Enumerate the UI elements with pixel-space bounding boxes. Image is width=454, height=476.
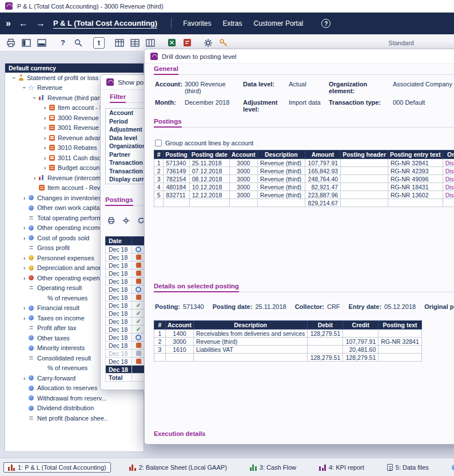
expand-arrow-icon[interactable] — [21, 255, 27, 261]
tree-item[interactable]: Gross profit — [5, 243, 108, 253]
tree-item[interactable]: Other operating expens... — [5, 273, 108, 283]
help-icon[interactable]: ? — [57, 37, 69, 49]
tree-item[interactable]: Depreciation and amort... — [5, 263, 108, 273]
execution-details-link[interactable]: Execution details — [154, 430, 205, 437]
tree-item[interactable]: Budget account -... — [5, 163, 108, 173]
tree-item[interactable]: Net profit (balance shee... — [5, 413, 108, 423]
taskbar-tab[interactable]: 6: Other own work capit... — [447, 462, 454, 473]
posting-row[interactable]: 4 480184 10.12.2018 3000 Revenue (third)… — [154, 183, 454, 191]
expand-arrow-icon[interactable] — [21, 195, 27, 201]
layout-preset-label[interactable]: Standard — [388, 39, 414, 46]
tree-item[interactable]: 3010 Rebates — [5, 143, 108, 153]
expand-arrow-icon[interactable] — [42, 144, 48, 151]
taskbar-tab[interactable]: 5: Data files — [383, 462, 433, 473]
tree-item[interactable]: Revenue (intercomp... — [5, 173, 108, 183]
text-tool-icon[interactable]: t — [93, 37, 105, 49]
expand-arrow-icon[interactable] — [42, 154, 48, 161]
tree-item[interactable]: Item account - Re... — [5, 103, 108, 113]
expand-arrow-icon[interactable] — [21, 84, 27, 91]
tree-item[interactable]: Total operating perform... — [5, 213, 108, 223]
taskbar-tab[interactable]: 3: Cash Flow — [245, 462, 301, 473]
tree-item[interactable]: Revenue — [5, 83, 108, 93]
tree-item[interactable]: Item account - Reve... — [5, 183, 108, 193]
expand-arrow-icon[interactable] — [31, 94, 38, 101]
tree-item[interactable]: Other operating income — [5, 223, 108, 233]
tree-item[interactable]: Taxes on income — [5, 313, 108, 323]
settings-gear-icon[interactable] — [121, 216, 130, 225]
search-icon[interactable] — [72, 37, 85, 49]
display-original-link[interactable]: Display o... — [443, 183, 454, 191]
expand-arrow-icon[interactable] — [42, 134, 48, 141]
expand-arrow-icon[interactable] — [21, 275, 27, 281]
tree-item[interactable]: Consolidated result — [5, 353, 108, 363]
menu-customer-portal[interactable]: Customer Portal — [254, 19, 304, 27]
display-original-link[interactable]: Display o... — [443, 191, 454, 199]
settings-gear-icon[interactable] — [202, 37, 214, 49]
posting-row[interactable]: 3 782154 08.12.2018 3000 Revenue (third)… — [154, 175, 454, 183]
tree-item[interactable]: Financial result — [5, 303, 108, 314]
layout-bottom-panel-icon[interactable] — [35, 37, 48, 49]
taskbar-tab[interactable]: 2: Balance Sheet (Local GAAP) — [125, 462, 232, 473]
layout-left-panel-icon[interactable] — [20, 37, 33, 49]
dialog-titlebar[interactable]: Drill down to posting level — [145, 49, 454, 64]
print-icon[interactable] — [5, 37, 17, 49]
detail-row[interactable]: 2 3000 Revenue (third) 107,797.91 RG-NR … — [154, 338, 422, 346]
expand-arrow-icon[interactable] — [42, 104, 48, 111]
grid-view-icon[interactable] — [129, 37, 141, 49]
taskbar-tab[interactable]: 1: P & L (Total Cost Accounting) — [3, 462, 111, 473]
detail-row[interactable]: 3 1610 Liabilities VAT 20,481.60 — [154, 346, 422, 354]
expand-arrow-icon[interactable] — [42, 124, 48, 131]
tree-item[interactable]: Minority interests — [5, 343, 108, 354]
taskbar-tab[interactable]: 4: KPI report — [314, 462, 369, 473]
tree-item[interactable]: Revenue advance... — [5, 133, 108, 143]
expand-arrow-icon[interactable] — [31, 174, 38, 181]
excel-export-icon[interactable] — [165, 37, 178, 49]
tree-item[interactable]: Dividend distribution — [5, 403, 108, 414]
tree-item[interactable]: Cost of goods sold — [5, 233, 108, 243]
expand-arrow-icon[interactable] — [21, 315, 27, 322]
expand-arrow-icon[interactable] — [21, 304, 27, 311]
display-original-link[interactable]: Display o... — [443, 175, 454, 183]
tree-item[interactable]: Allocation to reserves — [5, 383, 108, 394]
menu-favorites[interactable]: Favorites — [183, 19, 211, 27]
posting-row[interactable]: 2 736149 07.12.2018 3000 Revenue (third)… — [154, 167, 454, 175]
tree-item[interactable]: % of revenues — [5, 293, 108, 303]
tree-item[interactable]: Statement of profit or loss — [5, 73, 108, 83]
tree-item[interactable]: Other taxes — [5, 333, 108, 343]
tree-item[interactable]: 3001 Revenue (fo... — [5, 123, 108, 133]
expand-arrow-icon[interactable] — [11, 74, 17, 81]
posting-row[interactable]: 1 571340 25.11.2018 3000 Revenue (third)… — [154, 159, 454, 167]
display-original-link[interactable]: Display o... — [443, 159, 454, 167]
key-icon[interactable] — [217, 37, 230, 49]
tree-item[interactable]: Carry-forward — [5, 373, 108, 383]
tree-item[interactable]: 3000 Revenue (th... — [5, 113, 108, 123]
tree-item[interactable]: Operating result — [5, 283, 108, 293]
back-arrow-icon[interactable]: ← — [19, 18, 28, 29]
expand-arrow-icon[interactable] — [21, 235, 27, 241]
posting-row[interactable]: 5 832711 12.12.2018 3000 Revenue (third)… — [154, 191, 454, 199]
expand-arrow-icon[interactable] — [21, 375, 27, 382]
detail-row[interactable]: 1 1400 Receivables from deliveries and s… — [154, 330, 422, 338]
tree-item[interactable]: Withdrawal from reserv... — [5, 393, 108, 403]
menu-extras[interactable]: Extras — [223, 19, 242, 27]
tree-item[interactable]: Profit after tax — [5, 323, 108, 334]
current-view-title[interactable]: P & L (Total Cost Accounting) — [53, 19, 157, 29]
expand-arrow-icon[interactable] — [21, 264, 27, 271]
columns-view-icon[interactable] — [144, 37, 157, 49]
group-by-account-checkbox[interactable]: Group account lines by account — [155, 140, 253, 146]
checkbox-box[interactable] — [155, 140, 162, 146]
forward-arrow-icon[interactable]: → — [36, 18, 45, 29]
tree-item[interactable]: Personnel expenses — [5, 253, 108, 263]
help-circle-icon[interactable]: ? — [321, 19, 330, 28]
expand-arrow-icon[interactable] — [42, 114, 48, 121]
expand-arrow-icon[interactable] — [42, 164, 48, 171]
tree-item[interactable]: Other own work capital... — [5, 203, 108, 213]
tree-item[interactable]: Changes in inventories — [5, 193, 108, 203]
tree-item[interactable]: 3011 Cash discou... — [5, 153, 108, 163]
print-icon[interactable] — [106, 216, 116, 225]
table-view-icon[interactable] — [113, 37, 126, 49]
display-original-link[interactable]: Display o... — [443, 167, 454, 175]
expand-arrow-icon[interactable] — [21, 224, 27, 231]
collapse-sidebar-icon[interactable]: » — [6, 18, 11, 29]
pdf-export-icon[interactable] — [181, 37, 193, 49]
